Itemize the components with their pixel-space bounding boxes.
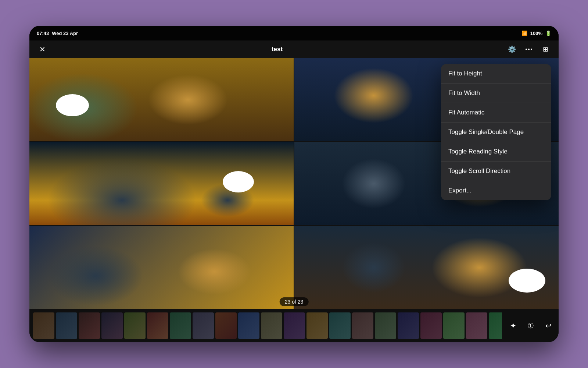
gear-icon: ⚙️: [508, 45, 516, 53]
sparkle-button[interactable]: ✦: [506, 319, 520, 332]
thumbnail-10[interactable]: [238, 312, 259, 339]
more-button[interactable]: [523, 44, 534, 55]
thumbnail-6[interactable]: [147, 312, 168, 339]
thumbnail-17[interactable]: [398, 312, 419, 339]
tablet-frame: 07:43 Wed 23 Apr 📶 100% 🔋 ✕ test ⚙️: [29, 26, 559, 342]
menu-item-fit-to-height[interactable]: Fit to Height: [441, 64, 551, 84]
date-display: Wed 23 Apr: [52, 31, 78, 36]
wifi-icon: 📶: [521, 31, 527, 36]
close-button[interactable]: ✕: [37, 44, 48, 55]
thumbnail-18[interactable]: [420, 312, 442, 339]
thumbnail-4[interactable]: [101, 312, 123, 339]
back-button[interactable]: ↩: [542, 319, 555, 332]
thumbnail-8[interactable]: [193, 312, 214, 339]
battery-icon: 🔋: [545, 31, 551, 36]
thumbnail-container: [33, 312, 502, 339]
thumbnail-11[interactable]: [261, 312, 282, 339]
comic-panel-5: [29, 226, 294, 309]
thumbnail-14[interactable]: [329, 312, 351, 339]
close-icon: ✕: [39, 45, 46, 54]
status-right: 📶 100% 🔋: [521, 31, 551, 36]
nav-right: ⚙️ ⊞: [506, 44, 551, 55]
thumbnail-20[interactable]: [466, 312, 487, 339]
thumbnail-2[interactable]: [56, 312, 77, 339]
speech-bubble-1: [56, 94, 89, 116]
thumbnail-13[interactable]: [306, 312, 328, 339]
three-dots-icon: [526, 49, 532, 50]
app-title: test: [272, 46, 283, 53]
status-bar: 07:43 Wed 23 Apr 📶 100% 🔋: [29, 26, 559, 40]
context-menu: Fit to Height Fit to Width Fit Automatic…: [441, 64, 551, 200]
thumbnail-9[interactable]: [215, 312, 237, 339]
page-number-icon: ①: [527, 321, 534, 330]
menu-item-export[interactable]: Export...: [441, 181, 551, 200]
strip-actions: ✦ ① ↩: [503, 319, 555, 332]
menu-item-fit-automatic[interactable]: Fit Automatic: [441, 103, 551, 123]
comic-panel-3: [29, 142, 294, 225]
thumbnail-strip: ✦ ① ↩: [29, 309, 559, 342]
thumbnail-16[interactable]: [375, 312, 396, 339]
comic-panel-1: [29, 58, 294, 141]
thumbnail-15[interactable]: [352, 312, 373, 339]
thumbnail-7[interactable]: [170, 312, 191, 339]
page-indicator: 23 of 23: [280, 297, 309, 306]
content-area: 23 of 23 Fit to Height Fit to Width Fit …: [29, 58, 559, 309]
speech-bubble-3: [223, 171, 254, 192]
time-display: 07:43: [37, 31, 49, 36]
page-indicator-text: 23 of 23: [285, 299, 304, 305]
nav-bar: ✕ test ⚙️ ⊞: [29, 40, 559, 58]
thumbnail-1[interactable]: [33, 312, 54, 339]
status-left: 07:43 Wed 23 Apr: [37, 31, 78, 36]
battery-percent: 100%: [530, 31, 542, 36]
thumbnail-19[interactable]: [443, 312, 465, 339]
menu-item-fit-to-width[interactable]: Fit to Width: [441, 84, 551, 103]
page-number-button[interactable]: ①: [524, 319, 537, 332]
settings-button[interactable]: ⚙️: [506, 44, 517, 55]
menu-item-toggle-single-double[interactable]: Toggle Single/Double Page: [441, 123, 551, 142]
thumbnail-21[interactable]: [489, 312, 502, 339]
menu-item-toggle-reading-style[interactable]: Toggle Reading Style: [441, 142, 551, 162]
thumbnail-5[interactable]: [124, 312, 146, 339]
back-icon: ↩: [545, 321, 552, 330]
comic-panel-6: [294, 226, 559, 309]
grid-button[interactable]: ⊞: [540, 44, 551, 55]
menu-item-toggle-scroll-direction[interactable]: Toggle Scroll Direction: [441, 162, 551, 181]
thumbnail-12[interactable]: [284, 312, 305, 339]
sparkle-icon: ✦: [510, 321, 516, 330]
speech-bubble-6: [509, 269, 545, 293]
grid-icon: ⊞: [543, 45, 548, 53]
thumbnail-3[interactable]: [79, 312, 100, 339]
nav-left: ✕: [37, 44, 48, 55]
